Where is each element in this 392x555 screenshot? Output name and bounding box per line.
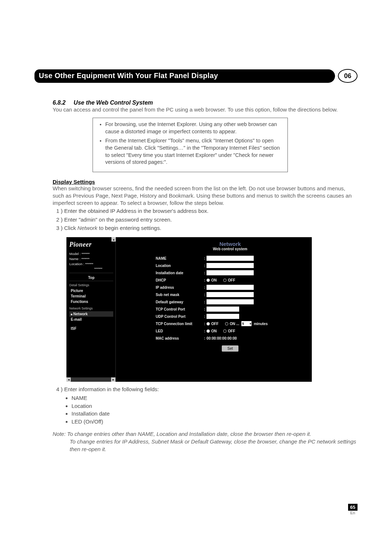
- chapter-title: Use Other Equipment With Your Flat Panel…: [34, 69, 335, 83]
- display-settings-heading: Display Settings: [53, 179, 358, 185]
- radio-connlimit-on[interactable]: ON ...: [225, 322, 239, 326]
- scroll-up-button[interactable]: ▴: [111, 237, 116, 242]
- input-name[interactable]: [207, 256, 254, 261]
- scroll-track[interactable]: [71, 377, 111, 382]
- web-control-screenshot: ▴ Pioneer Model : ****** Name : ****** L…: [66, 237, 312, 382]
- step-1: 1 ) Enter the obtained IP Address in the…: [56, 207, 358, 215]
- label-ip: IP address: [156, 285, 203, 289]
- device-name: Name : ******: [69, 256, 113, 262]
- label-tcp-limit: TCP Connection limit: [156, 322, 203, 326]
- sidebar-group-network: Network Settings: [69, 307, 113, 310]
- scroll-right-button[interactable]: ▸: [111, 377, 115, 382]
- device-model: Model : ******: [69, 251, 113, 256]
- display-settings-para: When switching browser screens, find the…: [53, 185, 354, 207]
- sidebar-item-network[interactable]: Network: [69, 311, 113, 317]
- label-mac: MAC address: [156, 336, 203, 340]
- step-2: 2 ) Enter "admin" on the password entry …: [56, 215, 358, 224]
- mac-address-value: 00:00:00:00:00:00: [207, 336, 237, 340]
- sidebar-item-isf[interactable]: ISF: [69, 326, 113, 331]
- step-4-line: 4 ) Enter information in the following f…: [56, 385, 358, 393]
- chapter-header: Use Other Equipment With Your Flat Panel…: [34, 69, 358, 83]
- wc-page-title: Network: [156, 241, 305, 247]
- field-bullet: Location: [72, 402, 358, 410]
- callout-box: For browsing, use the Internet Explorer.…: [93, 118, 288, 172]
- chapter-number-badge: 06: [338, 69, 358, 83]
- label-name: NAME: [156, 256, 203, 260]
- label-subnet: Sub net mask: [156, 293, 203, 297]
- input-gateway[interactable]: [207, 299, 254, 304]
- callout-item: From the Internet Explorer "Tools" menu,…: [105, 137, 281, 166]
- web-control-main: Network Web control system NAME: Locatio…: [116, 237, 312, 382]
- device-location: Location : ******: [69, 262, 113, 267]
- field-bullet: Installation date: [72, 410, 358, 418]
- sidebar-item-email[interactable]: E-mail: [69, 317, 113, 322]
- note-line-2: To change entries for IP Address, Subnet…: [70, 438, 358, 453]
- sidebar-item-top[interactable]: Top: [69, 275, 113, 281]
- radio-dhcp-off[interactable]: OFF: [223, 278, 235, 282]
- select-connlimit-minutes[interactable]: 5: [241, 321, 252, 326]
- field-bullet: LED (On/Off): [72, 418, 358, 426]
- label-minutes: minutes: [254, 322, 268, 326]
- step-4-block: 4 ) Enter information in the following f…: [56, 385, 358, 426]
- pioneer-logo: Pioneer: [69, 241, 113, 248]
- wc-page-subtitle: Web control system: [156, 247, 305, 251]
- page-language: En: [348, 511, 358, 515]
- input-udp-port[interactable]: [207, 314, 239, 319]
- device-location-2: ******: [69, 266, 113, 271]
- radio-connlimit-off[interactable]: OFF: [207, 322, 219, 326]
- radio-led-on[interactable]: ON: [207, 329, 217, 333]
- page-number: 65: [348, 504, 358, 511]
- step-3: 3 ) Click Network to begin entering sett…: [56, 224, 358, 232]
- label-dhcp: DHCP: [156, 278, 203, 282]
- input-subnet[interactable]: [207, 292, 254, 297]
- input-location[interactable]: [207, 263, 254, 268]
- device-info-block: Model : ****** Name : ****** Location : …: [69, 251, 113, 273]
- horizontal-scrollbar[interactable]: ◂ ▸: [66, 377, 115, 382]
- label-gateway: Default gateway: [156, 300, 203, 304]
- note-line-1: Note: To change entries other than NAME,…: [53, 430, 358, 438]
- label-led: LED: [156, 329, 203, 333]
- steps-list: 1 ) Enter the obtained IP Address in the…: [56, 207, 358, 232]
- callout-item: For browsing, use the Internet Explorer.…: [105, 121, 281, 135]
- sidebar-group-detail: Detail Settings: [69, 283, 113, 287]
- input-install-date[interactable]: [207, 270, 254, 275]
- section-heading: 6.8.2 Use the Web Control System: [34, 100, 358, 106]
- scroll-left-button[interactable]: ◂: [66, 377, 71, 382]
- intro-paragraph: You can access and control the panel fro…: [53, 106, 354, 113]
- radio-led-off[interactable]: OFF: [223, 329, 235, 333]
- sidebar-item-functions[interactable]: Functions: [69, 299, 113, 304]
- set-button[interactable]: Set: [222, 345, 238, 352]
- label-udp-port: UDP Control Port: [156, 315, 203, 319]
- web-control-sidebar: ▴ Pioneer Model : ****** Name : ****** L…: [66, 237, 116, 382]
- field-bullet: NAME: [72, 394, 358, 402]
- label-install-date: Installation date: [156, 271, 203, 275]
- label-location: Location: [156, 264, 203, 268]
- radio-dhcp-on[interactable]: ON: [207, 278, 217, 282]
- sidebar-item-terminal[interactable]: Terminal: [69, 293, 113, 299]
- sidebar-item-picture[interactable]: Picture: [69, 288, 113, 293]
- label-tcp-port: TCP Control Port: [156, 307, 203, 311]
- page-footer: 65 En: [348, 504, 358, 515]
- input-tcp-port[interactable]: [207, 307, 239, 312]
- input-ip[interactable]: [207, 285, 254, 290]
- section-title: Use the Web Control System: [74, 100, 153, 106]
- section-number: 6.8.2: [53, 100, 66, 106]
